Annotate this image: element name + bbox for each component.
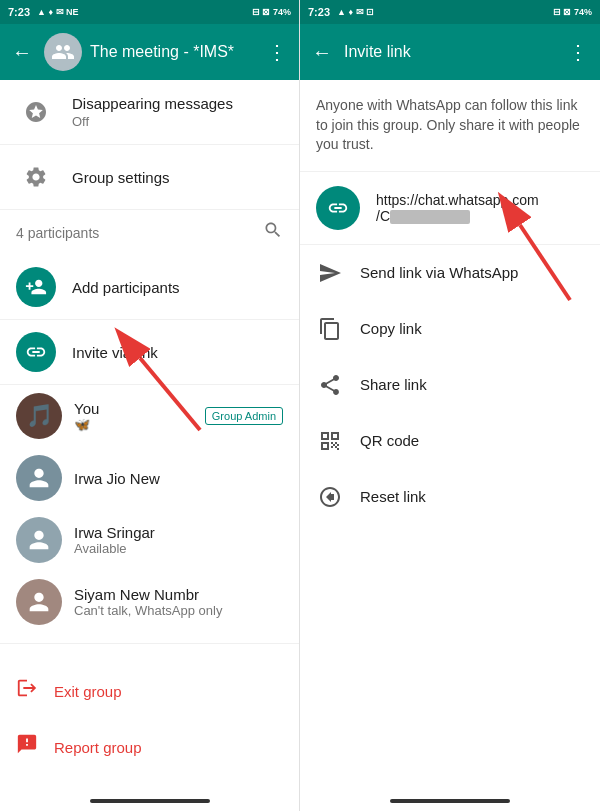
send-link-whatsapp-item[interactable]: Send link via WhatsApp bbox=[300, 245, 600, 301]
right-scroll-content: Anyone with WhatsApp can follow this lin… bbox=[300, 80, 600, 791]
exit-group-text: Exit group bbox=[54, 683, 122, 700]
bottom-indicator-left bbox=[0, 791, 299, 811]
participants-header: 4 participants bbox=[0, 210, 299, 255]
participant-info-siyam: Siyam New Numbr Can't talk, WhatsApp onl… bbox=[74, 586, 283, 618]
group-avatar-left bbox=[44, 33, 82, 71]
bottom-indicator-right bbox=[300, 791, 600, 811]
invite-link-text: https://chat.whatsapp.com/C bbox=[376, 192, 584, 224]
disappearing-messages-item[interactable]: Disappearing messages Off bbox=[0, 80, 299, 145]
battery-right: ⊟ ⊠ 74% bbox=[553, 7, 592, 17]
copy-link-text: Copy link bbox=[360, 320, 422, 337]
reset-link-icon bbox=[316, 483, 344, 511]
invite-via-link-item[interactable]: Invite via link bbox=[0, 320, 299, 385]
back-button-right[interactable]: ← bbox=[308, 37, 336, 68]
send-link-text: Send link via WhatsApp bbox=[360, 264, 518, 281]
qr-code-item[interactable]: QR code bbox=[300, 413, 600, 469]
time-left: 7:23 bbox=[8, 6, 30, 18]
share-link-icon bbox=[316, 371, 344, 399]
status-icons-right: ▲ ♦ ✉ ⊡ bbox=[337, 7, 374, 17]
group-settings-text: Group settings bbox=[72, 169, 283, 186]
top-bar-left: ← The meeting - *IMS* ⋮ bbox=[0, 24, 299, 80]
status-bar-right: 7:23 ▲ ♦ ✉ ⊡ ⊟ ⊠ 74% bbox=[300, 0, 600, 24]
menu-button-left[interactable]: ⋮ bbox=[263, 36, 291, 68]
exit-group-icon bbox=[16, 677, 38, 705]
invite-description: Anyone with WhatsApp can follow this lin… bbox=[300, 80, 600, 172]
report-group-icon bbox=[16, 733, 38, 761]
avatar-you: 🎵 bbox=[16, 393, 62, 439]
add-participants-text: Add participants bbox=[72, 279, 283, 296]
invite-link-title: Invite link bbox=[344, 43, 556, 61]
participant-irwa-sringar[interactable]: Irwa Sringar Available bbox=[0, 509, 299, 571]
exit-group-item[interactable]: Exit group bbox=[0, 663, 299, 719]
participant-you[interactable]: 🎵 You 🦋 Group Admin bbox=[0, 385, 299, 447]
avatar-irwa-jio bbox=[16, 455, 62, 501]
invite-link-display: https://chat.whatsapp.com/C bbox=[300, 172, 600, 245]
participant-info-you: You 🦋 bbox=[74, 400, 193, 432]
participant-siyam[interactable]: Siyam New Numbr Can't talk, WhatsApp onl… bbox=[0, 571, 299, 633]
link-circle-icon bbox=[316, 186, 360, 230]
share-link-text: Share link bbox=[360, 376, 427, 393]
back-button-left[interactable]: ← bbox=[8, 37, 36, 68]
left-scroll-content: Disappearing messages Off Group settings… bbox=[0, 80, 299, 791]
share-link-item[interactable]: Share link bbox=[300, 357, 600, 413]
status-bar-left: 7:23 ▲ ♦ ✉ NE ⊟ ⊠ 74% bbox=[0, 0, 299, 24]
avatar-irwa-sringar bbox=[16, 517, 62, 563]
copy-link-icon bbox=[316, 315, 344, 343]
group-settings-item[interactable]: Group settings bbox=[0, 145, 299, 210]
reset-link-item[interactable]: Reset link bbox=[300, 469, 600, 525]
send-link-icon bbox=[316, 259, 344, 287]
status-icons-left: ▲ ♦ ✉ NE bbox=[37, 7, 79, 17]
battery-left: ⊟ ⊠ 74% bbox=[252, 7, 291, 17]
add-participants-item[interactable]: Add participants bbox=[0, 255, 299, 320]
report-group-item[interactable]: Report group bbox=[0, 719, 299, 775]
group-admin-badge: Group Admin bbox=[205, 407, 283, 425]
participant-info-irwa-sringar: Irwa Sringar Available bbox=[74, 524, 283, 556]
group-title-left: The meeting - *IMS* bbox=[90, 43, 255, 61]
reset-link-text: Reset link bbox=[360, 488, 426, 505]
participant-info-irwa-jio: Irwa Jio New bbox=[74, 470, 283, 487]
invite-via-link-text: Invite via link bbox=[72, 344, 283, 361]
time-right: 7:23 bbox=[308, 6, 330, 18]
menu-button-right[interactable]: ⋮ bbox=[564, 36, 592, 68]
qr-code-text: QR code bbox=[360, 432, 419, 449]
report-group-text: Report group bbox=[54, 739, 142, 756]
disappearing-messages-text: Disappearing messages Off bbox=[72, 95, 283, 129]
add-participants-icon bbox=[16, 267, 56, 307]
top-bar-right: ← Invite link ⋮ bbox=[300, 24, 600, 80]
avatar-siyam bbox=[16, 579, 62, 625]
participant-irwa-jio[interactable]: Irwa Jio New bbox=[0, 447, 299, 509]
group-settings-icon bbox=[16, 157, 56, 197]
invite-link-icon bbox=[16, 332, 56, 372]
copy-link-item[interactable]: Copy link bbox=[300, 301, 600, 357]
participants-label: 4 participants bbox=[16, 225, 99, 241]
disappearing-messages-icon bbox=[16, 92, 56, 132]
search-participants-button[interactable] bbox=[263, 220, 283, 245]
qr-code-icon bbox=[316, 427, 344, 455]
